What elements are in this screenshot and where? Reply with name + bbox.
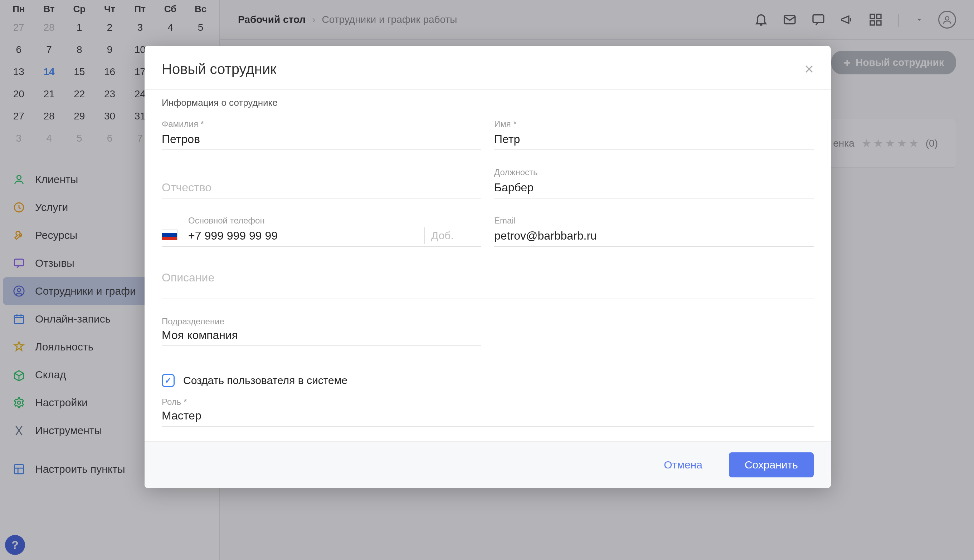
position-label: Должность (494, 167, 814, 177)
subdivision-label: Подразделение (162, 317, 481, 327)
cancel-button[interactable]: Отмена (648, 452, 718, 477)
email-label: Email (494, 216, 814, 226)
email-field: Email (494, 216, 814, 247)
description-input[interactable] (162, 271, 814, 284)
new-employee-modal: Новый сотрудник × Информация о сотрудник… (145, 46, 831, 488)
save-button[interactable]: Сохранить (729, 452, 814, 477)
flag-ru-icon[interactable] (162, 230, 182, 244)
surname-label: Фамилия * (162, 119, 481, 129)
position-field: Должность (494, 167, 814, 198)
close-icon[interactable]: × (804, 60, 814, 78)
surname-input[interactable] (162, 131, 481, 147)
modal-title: Новый сотрудник (162, 61, 276, 77)
name-input[interactable] (494, 131, 814, 147)
role-label: Роль * (162, 397, 814, 407)
phone-label: Основной телефон (188, 216, 418, 226)
modal-header: Новый сотрудник × (145, 46, 831, 90)
description-field (162, 264, 814, 299)
modal-section-label: Информация о сотруднике (145, 90, 831, 108)
patronymic-field (162, 167, 481, 198)
position-input[interactable] (494, 180, 814, 196)
surname-field: Фамилия * (162, 119, 481, 150)
phone-ext-input[interactable] (424, 227, 481, 244)
create-user-label: Создать пользователя в системе (183, 374, 347, 387)
role-field[interactable]: Роль * Мастер (162, 397, 814, 427)
phone-input[interactable] (188, 228, 418, 244)
role-value: Мастер (162, 409, 814, 422)
patronymic-input[interactable] (162, 180, 481, 196)
subdivision-value: Моя компания (162, 328, 481, 342)
subdivision-field[interactable]: Подразделение Моя компания (162, 317, 481, 346)
name-field: Имя * (494, 119, 814, 150)
create-user-row: ✓ Создать пользователя в системе (162, 363, 814, 387)
modal-body: Фамилия * Имя * Должность Основной телеф… (145, 108, 831, 441)
phone-field: Основной телефон (162, 216, 481, 247)
create-user-checkbox[interactable]: ✓ (162, 374, 175, 387)
name-label: Имя * (494, 119, 814, 129)
email-input[interactable] (494, 228, 814, 244)
modal-footer: Отмена Сохранить (145, 441, 831, 488)
